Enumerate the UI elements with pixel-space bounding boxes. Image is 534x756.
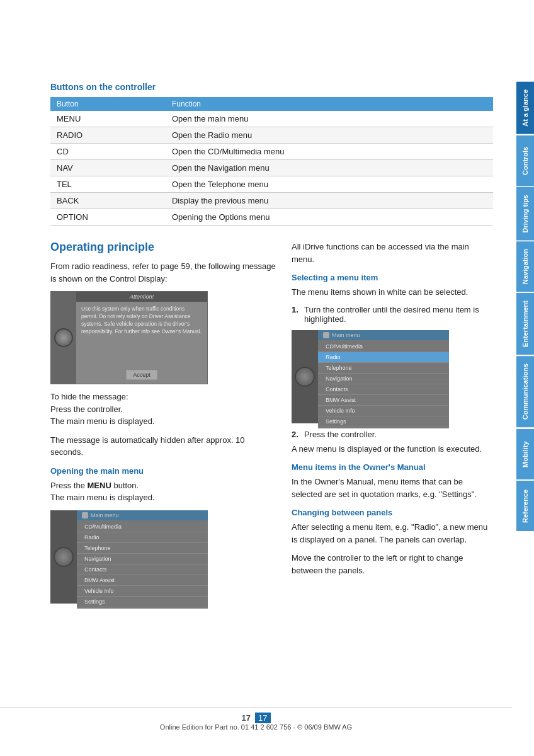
step-1: 1. Turn the controller until the desired… xyxy=(292,305,493,324)
button-cell: CD xyxy=(50,144,166,160)
buttons-section: Buttons on the controller Button Functio… xyxy=(50,82,493,226)
list-item: CD/Multimedia xyxy=(77,522,208,532)
menu-screenshot-content-right: Main menu CD/MultimediaRadioTelephoneNav… xyxy=(318,330,449,423)
page-container: At a glance Controls Driving tips Naviga… xyxy=(0,0,534,756)
list-item: Telephone xyxy=(77,543,208,554)
list-item: Settings xyxy=(318,416,449,427)
page-number: 17 xyxy=(242,713,251,723)
function-cell: Open the CD/Multimedia menu xyxy=(166,144,493,160)
new-menu-text: A new menu is displayed or the function … xyxy=(292,443,493,455)
button-cell: NAV xyxy=(50,160,166,176)
main-menu-screenshot-left: Main menu CD/MultimediaRadioTelephoneNav… xyxy=(50,510,208,604)
page-footer: 17 17 Online Edition for Part no. 01 41 … xyxy=(0,707,512,731)
table-row: TELOpen the Telephone menu xyxy=(50,176,493,193)
buttons-table: Button Function MENUOpen the main menuRA… xyxy=(50,97,493,226)
button-cell: OPTION xyxy=(50,209,166,226)
function-cell: Display the previous menu xyxy=(166,193,493,209)
col-left: Operating principle From radio readiness… xyxy=(50,241,276,610)
sidebar-tabs: At a glance Controls Driving tips Naviga… xyxy=(516,82,534,532)
changing-panels-text1: After selecting a menu item, e.g. "Radio… xyxy=(292,521,493,546)
menu-header-right: Main menu xyxy=(318,330,449,340)
menu-items-list-left: CD/MultimediaRadioTelephoneNavigationCon… xyxy=(77,520,208,609)
list-item: Vehicle Info xyxy=(77,586,208,597)
col-button-header: Button xyxy=(50,97,166,111)
function-cell: Opening the Options menu xyxy=(166,209,493,226)
menu-header: Main menu xyxy=(77,510,208,520)
operating-principle-section: Operating principle From radio readiness… xyxy=(50,241,493,610)
list-item: Navigation xyxy=(77,554,208,564)
tab-driving-tips[interactable]: Driving tips xyxy=(516,187,534,241)
tab-mobility[interactable]: Mobility xyxy=(516,429,534,479)
table-row: CDOpen the CD/Multimedia menu xyxy=(50,144,493,160)
table-row: OPTIONOpening the Options menu xyxy=(50,209,493,226)
tab-controls[interactable]: Controls xyxy=(516,135,534,186)
changing-panels-text2: Move the controller to the left or right… xyxy=(292,552,493,576)
tab-navigation[interactable]: Navigation xyxy=(516,241,534,292)
menu-icon-right xyxy=(323,332,329,338)
list-item: Telephone xyxy=(318,363,449,374)
table-row: BACKDisplay the previous menu xyxy=(50,193,493,209)
attention-screenshot: Attention! Use this system only when tra… xyxy=(50,291,208,384)
content-area: Buttons on the controller Button Functio… xyxy=(50,82,493,610)
selecting-menu-item-text: The menu items shown in white can be sel… xyxy=(292,286,493,299)
all-idrive-text: All iDrive functions can be accessed via… xyxy=(292,241,493,265)
function-cell: Open the main menu xyxy=(166,111,493,127)
list-item: Settings xyxy=(77,597,208,607)
menu-icon xyxy=(82,512,88,518)
step-1-number: 1. xyxy=(292,305,300,324)
selecting-menu-item-title: Selecting a menu item xyxy=(292,273,493,282)
table-row: MENUOpen the main menu xyxy=(50,111,493,127)
intro-text: From radio readiness, refer to page 59, … xyxy=(50,260,276,285)
changing-panels-title: Changing between panels xyxy=(292,508,493,517)
menu-items-text: In the Owner's Manual, menu items that c… xyxy=(292,476,493,500)
col-right: All iDrive functions can be accessed via… xyxy=(292,241,493,610)
table-header-row: Button Function xyxy=(50,97,493,111)
operating-principle-title: Operating principle xyxy=(50,241,276,254)
list-item: BMW Assist xyxy=(77,575,208,586)
step-2-text: Press the controller. xyxy=(304,430,377,439)
button-cell: RADIO xyxy=(50,127,166,144)
tab-reference[interactable]: Reference xyxy=(516,481,534,531)
table-row: RADIOOpen the Radio menu xyxy=(50,127,493,144)
button-cell: BACK xyxy=(50,193,166,209)
menu-items-list-right: CD/MultimediaRadioTelephoneNavigationCon… xyxy=(318,340,449,428)
list-item: Radio xyxy=(318,352,449,363)
hide-message-text: To hide the message:Press the controller… xyxy=(50,391,276,428)
page-number-bar: 17 xyxy=(255,713,270,723)
list-item: BMW Assist xyxy=(318,395,449,406)
list-item: Radio xyxy=(77,532,208,543)
list-item: CD/Multimedia xyxy=(318,341,449,352)
button-cell: MENU xyxy=(50,111,166,127)
tab-entertainment[interactable]: Entertainment xyxy=(516,293,534,355)
buttons-section-title: Buttons on the controller xyxy=(50,82,493,92)
function-cell: Open the Telephone menu xyxy=(166,176,493,193)
main-menu-screenshot-right: Main menu CD/MultimediaRadioTelephoneNav… xyxy=(292,330,449,423)
footer-text: Online Edition for Part no. 01 41 2 602 … xyxy=(160,723,352,731)
list-item: Vehicle Info xyxy=(318,406,449,416)
menu-items-title: Menu items in the Owner's Manual xyxy=(292,462,493,472)
step-2-number: 2. xyxy=(292,430,300,439)
step-2: 2. Press the controller. xyxy=(292,430,493,439)
col-function-header: Function xyxy=(166,97,493,111)
list-item: Contacts xyxy=(77,564,208,575)
list-item: Navigation xyxy=(318,374,449,384)
button-cell: TEL xyxy=(50,176,166,193)
list-item: Contacts xyxy=(318,384,449,395)
function-cell: Open the Navigation menu xyxy=(166,160,493,176)
opening-main-menu-instruction: Press the MENU button. The main menu is … xyxy=(50,479,276,504)
function-cell: Open the Radio menu xyxy=(166,127,493,144)
menu-bold: MENU xyxy=(88,481,111,490)
opening-main-menu-title: Opening the main menu xyxy=(50,466,276,476)
table-row: NAVOpen the Navigation menu xyxy=(50,160,493,176)
menu-title-label: Main menu xyxy=(91,512,119,518)
menu-screenshot-controller xyxy=(50,510,77,604)
menu-screenshot-controller-right xyxy=(292,330,318,423)
menu-title-label-right: Main menu xyxy=(332,332,360,338)
step-1-text: Turn the controller until the desired me… xyxy=(304,305,493,324)
auto-hide-text: The message is automatically hidden afte… xyxy=(50,434,276,459)
tab-at-a-glance[interactable]: At a glance xyxy=(516,82,534,134)
controller-knob xyxy=(54,547,74,567)
tab-communications[interactable]: Communications xyxy=(516,356,534,427)
controller-knob-right xyxy=(295,367,315,387)
menu-screenshot-content: Main menu CD/MultimediaRadioTelephoneNav… xyxy=(77,510,208,604)
